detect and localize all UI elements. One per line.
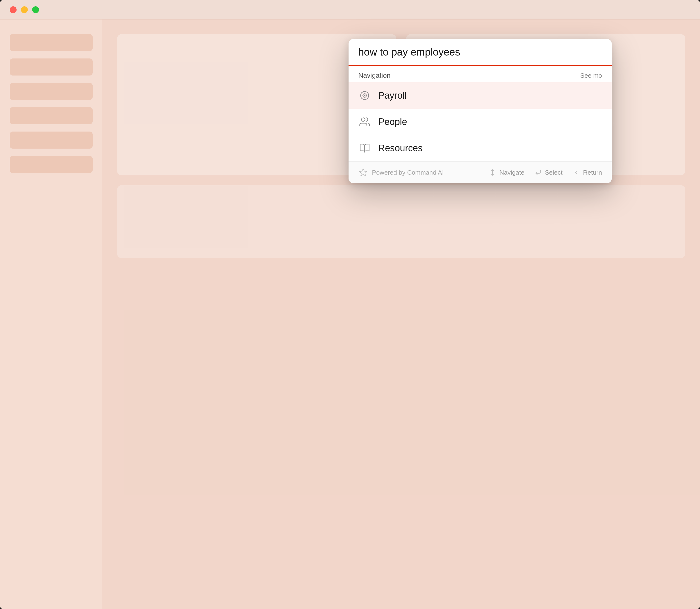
search-bar bbox=[348, 39, 612, 66]
sidebar-item-1 bbox=[10, 34, 92, 51]
sidebar-item-2 bbox=[10, 58, 92, 75]
palette-footer: Powered by Command AI Navigate bbox=[348, 161, 612, 183]
sidebar-item-3 bbox=[10, 83, 92, 100]
commandai-icon bbox=[358, 168, 368, 177]
people-icon bbox=[358, 116, 371, 128]
navigate-icon bbox=[489, 169, 496, 176]
navigate-label: Navigate bbox=[499, 169, 525, 176]
shortcut-return: Return bbox=[572, 169, 602, 176]
shortcut-navigate: Navigate bbox=[489, 169, 525, 176]
powered-by: Powered by Command AI bbox=[358, 168, 444, 177]
result-people-label: People bbox=[378, 117, 407, 127]
minimize-button[interactable] bbox=[21, 6, 28, 13]
maximize-button[interactable] bbox=[32, 6, 39, 13]
result-people[interactable]: People bbox=[348, 109, 612, 135]
see-more-link[interactable]: See mo bbox=[580, 72, 602, 80]
select-label: Select bbox=[545, 169, 563, 176]
resources-icon bbox=[358, 142, 371, 154]
svg-point-2 bbox=[364, 95, 365, 96]
result-resources[interactable]: Resources bbox=[348, 135, 612, 161]
browser-content: Navigation See mo Payroll bbox=[0, 19, 700, 609]
close-button[interactable] bbox=[10, 6, 17, 13]
section-header: Navigation See mo bbox=[348, 66, 612, 82]
shortcuts: Navigate Select bbox=[489, 169, 602, 176]
browser-window: Navigation See mo Payroll bbox=[0, 0, 700, 609]
sidebar-item-4 bbox=[10, 107, 92, 124]
select-icon bbox=[534, 169, 542, 176]
command-palette: Navigation See mo Payroll bbox=[348, 39, 612, 183]
svg-point-3 bbox=[361, 118, 365, 122]
result-payroll-label: Payroll bbox=[378, 90, 407, 101]
payroll-icon bbox=[358, 89, 371, 102]
result-payroll[interactable]: Payroll bbox=[348, 82, 612, 109]
browser-titlebar bbox=[0, 0, 700, 19]
sidebar-item-5 bbox=[10, 132, 92, 149]
return-label: Return bbox=[583, 169, 602, 176]
sidebar bbox=[0, 19, 102, 609]
main-content: Navigation See mo Payroll bbox=[102, 19, 700, 609]
powered-by-text: Powered by Command AI bbox=[372, 169, 444, 176]
svg-marker-4 bbox=[359, 169, 367, 176]
search-input[interactable] bbox=[358, 46, 602, 58]
return-icon bbox=[572, 169, 580, 176]
section-title: Navigation bbox=[358, 72, 391, 80]
shortcut-select: Select bbox=[534, 169, 563, 176]
result-resources-label: Resources bbox=[378, 143, 423, 154]
sidebar-item-6 bbox=[10, 156, 92, 173]
